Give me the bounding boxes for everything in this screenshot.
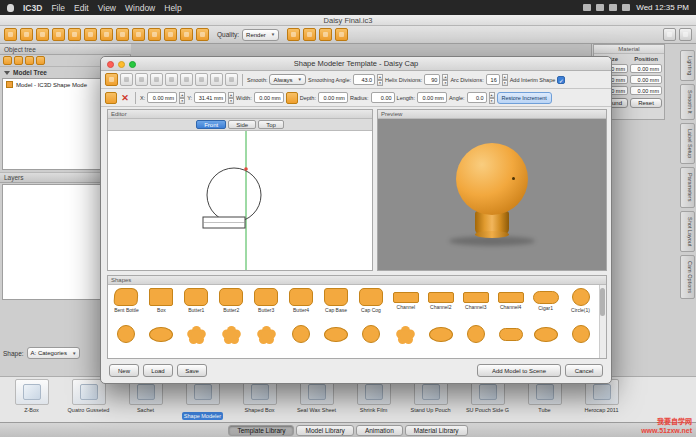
smoothing-angle-field[interactable]: 43.0 bbox=[353, 74, 375, 85]
menu-item-help[interactable]: Help bbox=[164, 3, 181, 13]
render-icon[interactable] bbox=[196, 28, 209, 41]
position-z-field[interactable]: 0.00 mm bbox=[630, 86, 662, 95]
shape-item[interactable]: Box bbox=[144, 286, 179, 323]
save-icon[interactable] bbox=[36, 28, 49, 41]
snapshot-icon[interactable] bbox=[180, 28, 193, 41]
polyline-icon[interactable] bbox=[180, 73, 193, 86]
angle-field[interactable]: 0.0 bbox=[467, 92, 487, 103]
helix-divisions-stepper[interactable]: ▲▼ bbox=[442, 74, 448, 85]
side-tab-shot-layout[interactable]: Shot Layout bbox=[680, 211, 695, 252]
menu-item-ic3d[interactable]: IC3D bbox=[23, 3, 42, 13]
menubar-clock[interactable]: Wed 12:35 PM bbox=[636, 3, 689, 12]
shape-item[interactable] bbox=[144, 323, 179, 358]
load-button[interactable]: Load bbox=[143, 364, 173, 377]
shape-item[interactable]: Channel3 bbox=[458, 286, 493, 323]
minimize-icon[interactable] bbox=[118, 61, 125, 68]
collapse-icon[interactable] bbox=[36, 56, 45, 65]
copy-icon[interactable] bbox=[116, 28, 129, 41]
disclosure-triangle-icon[interactable] bbox=[4, 71, 10, 75]
menu-item-view[interactable]: View bbox=[98, 3, 116, 13]
add-model-to-scene-button[interactable]: Add Model to Scene bbox=[477, 364, 561, 377]
delete-point-icon[interactable]: ✕ bbox=[119, 92, 131, 104]
object-tree-tab[interactable]: Object tree bbox=[0, 44, 131, 55]
shape-item[interactable]: Bent Bottle bbox=[109, 286, 144, 323]
shape-item[interactable] bbox=[249, 323, 284, 358]
shape-item[interactable]: Channel4 bbox=[493, 286, 528, 323]
pan-icon[interactable] bbox=[135, 73, 148, 86]
shape-item[interactable] bbox=[214, 323, 249, 358]
close-icon[interactable] bbox=[107, 61, 114, 68]
shape-item[interactable]: Butter4 bbox=[284, 286, 319, 323]
side-tab-cam-options[interactable]: Cam Options bbox=[680, 255, 695, 299]
interim-shape-checkbox[interactable]: ✓ bbox=[557, 76, 565, 84]
expand-icon[interactable] bbox=[25, 56, 34, 65]
info-icon[interactable] bbox=[663, 28, 676, 41]
materials-icon[interactable] bbox=[319, 28, 332, 41]
length-field[interactable]: 0.00 mm bbox=[417, 92, 447, 103]
side-tab-parameters[interactable]: Parameters bbox=[680, 167, 695, 207]
redo-icon[interactable] bbox=[100, 28, 113, 41]
bluetooth-icon[interactable] bbox=[583, 4, 591, 11]
shape-item[interactable]: Cap Base bbox=[319, 286, 354, 323]
shape-item[interactable]: Circle(1) bbox=[563, 286, 598, 323]
battery-icon[interactable] bbox=[609, 4, 617, 11]
new-button[interactable]: New bbox=[109, 364, 139, 377]
library-item-shape-modeler[interactable]: Shape Modeler bbox=[175, 377, 230, 424]
remove-icon[interactable] bbox=[14, 56, 23, 65]
shape-item[interactable]: Butter3 bbox=[249, 286, 284, 323]
cancel-button[interactable]: Cancel bbox=[565, 364, 603, 377]
side-tab-smooth-it[interactable]: Smooth It bbox=[680, 84, 695, 120]
trim-icon[interactable] bbox=[225, 73, 238, 86]
x-field[interactable]: 0.00 mm bbox=[147, 92, 177, 103]
editor-tab-side[interactable]: Side bbox=[228, 120, 256, 129]
y-stepper[interactable]: ▲▼ bbox=[228, 92, 234, 103]
shapes-scrollbar[interactable] bbox=[599, 285, 606, 358]
zoom-icon[interactable] bbox=[120, 73, 133, 86]
editor-tab-front[interactable]: Front bbox=[196, 120, 226, 129]
shape-item[interactable]: Channel bbox=[388, 286, 423, 323]
wifi-icon[interactable] bbox=[596, 4, 604, 11]
width-link-icon[interactable] bbox=[286, 92, 298, 104]
shape-item[interactable] bbox=[319, 323, 354, 358]
new-icon[interactable] bbox=[4, 28, 17, 41]
shape-item[interactable]: Cap Cog bbox=[353, 286, 388, 323]
preview-canvas[interactable] bbox=[378, 119, 606, 270]
smooth-dropdown[interactable]: Always ▼ bbox=[269, 74, 305, 85]
shape-item[interactable] bbox=[388, 323, 423, 358]
lights-icon[interactable] bbox=[303, 28, 316, 41]
shape-item[interactable]: Butter1 bbox=[179, 286, 214, 323]
shape-item[interactable] bbox=[284, 323, 319, 358]
spotlight-icon[interactable] bbox=[622, 4, 630, 11]
dialog-titlebar[interactable]: Shape Modeler Template - Daisy Cap bbox=[101, 57, 611, 71]
environment-icon[interactable] bbox=[287, 28, 300, 41]
scrollbar-thumb[interactable] bbox=[600, 288, 605, 316]
undo-icon[interactable] bbox=[84, 28, 97, 41]
shape-item[interactable]: Butter2 bbox=[214, 286, 249, 323]
shape-mode-icon[interactable] bbox=[105, 92, 117, 104]
quality-dropdown[interactable]: Render ▼ bbox=[242, 29, 279, 41]
shape-item[interactable] bbox=[179, 323, 214, 358]
shape-item[interactable] bbox=[563, 323, 598, 358]
library-tab-material-library[interactable]: Material Library bbox=[405, 425, 468, 436]
open-icon[interactable] bbox=[20, 28, 33, 41]
mirror-icon[interactable] bbox=[210, 73, 223, 86]
export-icon[interactable] bbox=[68, 28, 81, 41]
radius-field[interactable]: 0.00 bbox=[371, 92, 395, 103]
helix-divisions-field[interactable]: 90 bbox=[424, 74, 440, 85]
shape-item[interactable] bbox=[458, 323, 493, 358]
arc-divisions-field[interactable]: 16 bbox=[486, 74, 500, 85]
model-tree-header[interactable]: Model Tree bbox=[4, 69, 47, 76]
library-tab-template-library[interactable]: Template Library bbox=[228, 425, 294, 436]
library-item-z-box[interactable]: Z-Box bbox=[4, 377, 59, 414]
side-tab-lighting[interactable]: Lighting bbox=[680, 50, 695, 81]
position-y-field[interactable]: 0.00 mm bbox=[630, 75, 662, 84]
menu-item-window[interactable]: Window bbox=[125, 3, 155, 13]
settings-icon[interactable] bbox=[679, 28, 692, 41]
apple-menu-icon[interactable] bbox=[7, 4, 14, 12]
line-icon[interactable] bbox=[165, 73, 178, 86]
node-icon[interactable] bbox=[150, 73, 163, 86]
restore-increment-button[interactable]: Restore Increment bbox=[497, 92, 552, 104]
animation-icon[interactable] bbox=[335, 28, 348, 41]
zoom-window-icon[interactable] bbox=[129, 61, 136, 68]
menu-item-file[interactable]: File bbox=[51, 3, 65, 13]
